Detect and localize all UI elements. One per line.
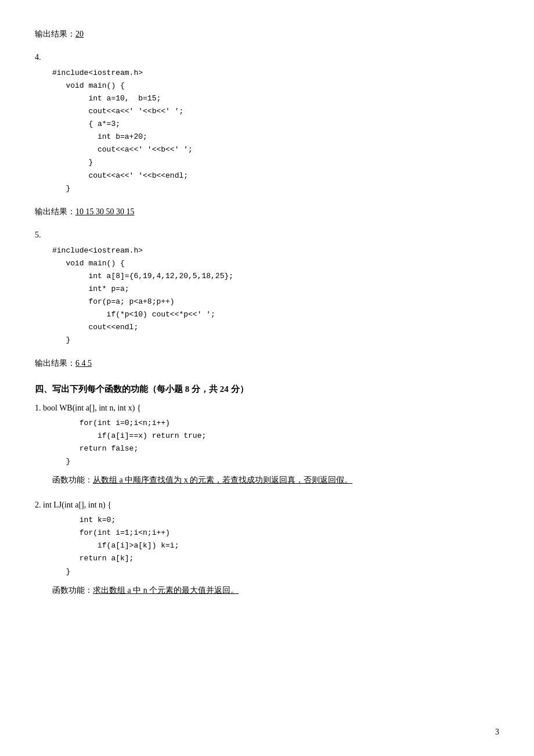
q4-2-code-inline: int LJ(int a[], int n) { bbox=[43, 501, 111, 509]
q4-1-section: 1. bool WB(int a[], int n, int x) { for(… bbox=[35, 402, 499, 487]
q4-2-code: int k=0; for(int i=1;i<n;i++) if(a[i]>a[… bbox=[52, 514, 499, 578]
output4b-value: 10 15 30 50 30 15 bbox=[75, 207, 135, 216]
q4-2-num: 2. int LJ(int a[], int n) { bbox=[35, 499, 499, 512]
output-section-top: 输出结果：20 bbox=[35, 28, 499, 41]
output5-line: 输出结果：6 4 5 bbox=[35, 357, 499, 370]
output5-section: 输出结果：6 4 5 bbox=[35, 357, 499, 370]
q4-2-func-label: 函数功能： bbox=[52, 586, 93, 595]
q4-1-num: 1. bool WB(int a[], int n, int x) { bbox=[35, 402, 499, 415]
q4-1-code-inline: bool WB(int a[], int n, int x) { bbox=[43, 404, 141, 412]
q4-1-func-label: 函数功能： bbox=[52, 476, 93, 484]
output4b-section: 输出结果：10 15 30 50 30 15 bbox=[35, 206, 499, 218]
q4-2-func-desc: 函数功能：求出数组 a 中 n 个元素的最大值并返回。 bbox=[52, 584, 499, 597]
problem5-code: #include<iostream.h> void main() { int a… bbox=[52, 244, 499, 347]
section4-header: 四、写出下列每个函数的功能（每小题 8 分，共 24 分） bbox=[35, 382, 499, 396]
q4-2-func-text: 求出数组 a 中 n 个元素的最大值并返回。 bbox=[93, 586, 239, 595]
output4b-line: 输出结果：10 15 30 50 30 15 bbox=[35, 206, 499, 218]
output4b-label: 输出结果： bbox=[35, 207, 75, 216]
q4-1-code: for(int i=0;i<n;i++) if(a[i]==x) return … bbox=[52, 417, 499, 468]
output5-label: 输出结果： bbox=[35, 359, 75, 368]
output-top-label: 输出结果： bbox=[35, 30, 75, 38]
q4-1-func-text: 从数组 a 中顺序查找值为 x 的元素，若查找成功则返回真，否则返回假。 bbox=[93, 476, 352, 484]
output-top-value: 20 bbox=[75, 30, 84, 38]
output5-value: 6 4 5 bbox=[75, 359, 92, 368]
q4-2-section: 2. int LJ(int a[], int n) { int k=0; for… bbox=[35, 499, 499, 597]
output-top-line: 输出结果：20 bbox=[35, 28, 499, 41]
problem5-section: 5. #include<iostream.h> void main() { in… bbox=[35, 229, 499, 347]
problem5-num: 5. bbox=[35, 229, 499, 242]
q4-1-func-desc: 函数功能：从数组 a 中顺序查找值为 x 的元素，若查找成功则返回真，否则返回假… bbox=[52, 474, 499, 487]
problem4-num: 4. bbox=[35, 51, 499, 64]
page-number: 3 bbox=[495, 726, 499, 739]
problem4-code: #include<iostream.h> void main() { int a… bbox=[52, 67, 499, 195]
problem4-section: 4. #include<iostream.h> void main() { in… bbox=[35, 51, 499, 195]
